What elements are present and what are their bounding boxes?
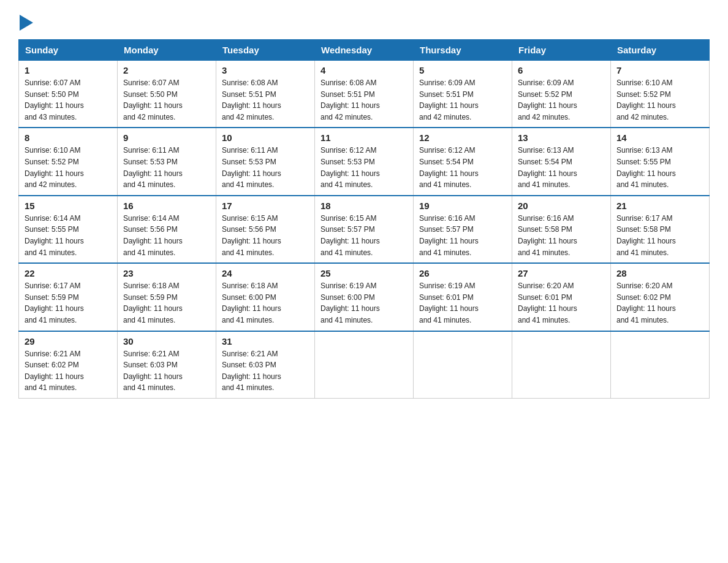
day-info: Sunrise: 6:08 AMSunset: 5:51 PMDaylight:…	[222, 77, 309, 123]
week-row-4: 22Sunrise: 6:17 AMSunset: 5:59 PMDayligh…	[19, 263, 710, 331]
day-number: 4	[320, 65, 408, 75]
day-number: 18	[320, 201, 408, 211]
day-number: 15	[25, 201, 112, 211]
day-info: Sunrise: 6:16 AMSunset: 5:58 PMDaylight:…	[518, 213, 605, 258]
day-info: Sunrise: 6:10 AMSunset: 5:52 PMDaylight:…	[616, 77, 703, 123]
calendar-cell: 5Sunrise: 6:09 AMSunset: 5:51 PMDaylight…	[414, 61, 512, 128]
day-info: Sunrise: 6:09 AMSunset: 5:51 PMDaylight:…	[419, 77, 506, 123]
day-info: Sunrise: 6:16 AMSunset: 5:57 PMDaylight:…	[419, 213, 506, 258]
calendar-table: SundayMondayTuesdayWednesdayThursdayFrid…	[18, 39, 710, 399]
day-number: 29	[25, 336, 112, 347]
day-number: 24	[222, 268, 309, 278]
day-number: 6	[518, 65, 605, 75]
day-header-tuesday: Tuesday	[216, 40, 315, 61]
day-header-wednesday: Wednesday	[315, 40, 414, 61]
day-number: 23	[123, 268, 210, 278]
day-info: Sunrise: 6:18 AMSunset: 5:59 PMDaylight:…	[123, 280, 210, 326]
day-number: 22	[25, 268, 112, 278]
days-header-row: SundayMondayTuesdayWednesdayThursdayFrid…	[19, 40, 710, 61]
day-info: Sunrise: 6:18 AMSunset: 6:00 PMDaylight:…	[222, 280, 309, 326]
day-info: Sunrise: 6:15 AMSunset: 5:57 PMDaylight:…	[320, 213, 408, 258]
svg-marker-0	[20, 15, 33, 31]
calendar-cell: 29Sunrise: 6:21 AMSunset: 6:02 PMDayligh…	[19, 331, 118, 399]
calendar-cell: 23Sunrise: 6:18 AMSunset: 5:59 PMDayligh…	[118, 263, 216, 331]
day-info: Sunrise: 6:12 AMSunset: 5:54 PMDaylight:…	[419, 145, 506, 190]
day-info: Sunrise: 6:10 AMSunset: 5:52 PMDaylight:…	[25, 145, 112, 190]
day-info: Sunrise: 6:21 AMSunset: 6:03 PMDaylight:…	[222, 348, 309, 394]
calendar-cell: 14Sunrise: 6:13 AMSunset: 5:55 PMDayligh…	[611, 128, 710, 195]
calendar-cell: 30Sunrise: 6:21 AMSunset: 6:03 PMDayligh…	[118, 331, 216, 399]
calendar-cell: 31Sunrise: 6:21 AMSunset: 6:03 PMDayligh…	[216, 331, 315, 399]
day-info: Sunrise: 6:20 AMSunset: 6:01 PMDaylight:…	[518, 280, 605, 326]
day-info: Sunrise: 6:20 AMSunset: 6:02 PMDaylight:…	[616, 280, 703, 326]
calendar-cell: 9Sunrise: 6:11 AMSunset: 5:53 PMDaylight…	[118, 128, 216, 195]
day-number: 2	[123, 65, 210, 75]
day-header-saturday: Saturday	[611, 40, 710, 61]
day-info: Sunrise: 6:07 AMSunset: 5:50 PMDaylight:…	[25, 77, 112, 123]
calendar-cell	[315, 331, 414, 399]
day-info: Sunrise: 6:07 AMSunset: 5:50 PMDaylight:…	[123, 77, 210, 123]
day-info: Sunrise: 6:11 AMSunset: 5:53 PMDaylight:…	[222, 145, 309, 190]
day-header-friday: Friday	[512, 40, 611, 61]
week-row-1: 1Sunrise: 6:07 AMSunset: 5:50 PMDaylight…	[19, 61, 710, 128]
day-header-sunday: Sunday	[19, 40, 118, 61]
calendar-cell: 22Sunrise: 6:17 AMSunset: 5:59 PMDayligh…	[19, 263, 118, 331]
calendar-cell: 3Sunrise: 6:08 AMSunset: 5:51 PMDaylight…	[216, 61, 315, 128]
day-info: Sunrise: 6:17 AMSunset: 5:59 PMDaylight:…	[25, 280, 112, 326]
day-info: Sunrise: 6:15 AMSunset: 5:56 PMDaylight:…	[222, 213, 309, 258]
calendar-cell: 11Sunrise: 6:12 AMSunset: 5:53 PMDayligh…	[315, 128, 414, 195]
calendar-cell: 19Sunrise: 6:16 AMSunset: 5:57 PMDayligh…	[414, 196, 512, 263]
day-header-thursday: Thursday	[414, 40, 512, 61]
day-number: 20	[518, 201, 605, 211]
day-number: 28	[616, 268, 703, 278]
day-info: Sunrise: 6:19 AMSunset: 6:01 PMDaylight:…	[419, 280, 506, 326]
calendar-cell: 15Sunrise: 6:14 AMSunset: 5:55 PMDayligh…	[19, 196, 118, 263]
week-row-3: 15Sunrise: 6:14 AMSunset: 5:55 PMDayligh…	[19, 196, 710, 263]
calendar-cell: 20Sunrise: 6:16 AMSunset: 5:58 PMDayligh…	[512, 196, 611, 263]
calendar-cell: 2Sunrise: 6:07 AMSunset: 5:50 PMDaylight…	[118, 61, 216, 128]
calendar-cell	[611, 331, 710, 399]
day-info: Sunrise: 6:11 AMSunset: 5:53 PMDaylight:…	[123, 145, 210, 190]
day-header-monday: Monday	[118, 40, 216, 61]
day-number: 3	[222, 65, 309, 75]
calendar-cell: 10Sunrise: 6:11 AMSunset: 5:53 PMDayligh…	[216, 128, 315, 195]
calendar-cell	[414, 331, 512, 399]
calendar-cell: 26Sunrise: 6:19 AMSunset: 6:01 PMDayligh…	[414, 263, 512, 331]
day-info: Sunrise: 6:13 AMSunset: 5:54 PMDaylight:…	[518, 145, 605, 190]
day-number: 7	[616, 65, 703, 75]
calendar-cell: 12Sunrise: 6:12 AMSunset: 5:54 PMDayligh…	[414, 128, 512, 195]
day-number: 26	[419, 268, 506, 278]
day-number: 9	[123, 132, 210, 143]
day-number: 25	[320, 268, 408, 278]
day-info: Sunrise: 6:09 AMSunset: 5:52 PMDaylight:…	[518, 77, 605, 123]
logo	[18, 12, 33, 28]
calendar-cell: 7Sunrise: 6:10 AMSunset: 5:52 PMDaylight…	[611, 61, 710, 128]
day-number: 19	[419, 201, 506, 211]
day-number: 21	[616, 201, 703, 211]
day-info: Sunrise: 6:17 AMSunset: 5:58 PMDaylight:…	[616, 213, 703, 258]
day-number: 16	[123, 201, 210, 211]
day-number: 17	[222, 201, 309, 211]
calendar-cell: 25Sunrise: 6:19 AMSunset: 6:00 PMDayligh…	[315, 263, 414, 331]
day-info: Sunrise: 6:13 AMSunset: 5:55 PMDaylight:…	[616, 145, 703, 190]
calendar-cell: 13Sunrise: 6:13 AMSunset: 5:54 PMDayligh…	[512, 128, 611, 195]
day-info: Sunrise: 6:21 AMSunset: 6:02 PMDaylight:…	[25, 348, 112, 394]
day-number: 1	[25, 65, 112, 75]
day-number: 31	[222, 336, 309, 347]
week-row-2: 8Sunrise: 6:10 AMSunset: 5:52 PMDaylight…	[19, 128, 710, 195]
calendar-cell: 27Sunrise: 6:20 AMSunset: 6:01 PMDayligh…	[512, 263, 611, 331]
day-number: 27	[518, 268, 605, 278]
day-info: Sunrise: 6:14 AMSunset: 5:55 PMDaylight:…	[25, 213, 112, 258]
calendar-cell: 8Sunrise: 6:10 AMSunset: 5:52 PMDaylight…	[19, 128, 118, 195]
week-row-5: 29Sunrise: 6:21 AMSunset: 6:02 PMDayligh…	[19, 331, 710, 399]
day-number: 12	[419, 132, 506, 143]
day-number: 30	[123, 336, 210, 347]
day-number: 11	[320, 132, 408, 143]
logo-chevron-icon	[20, 15, 33, 31]
calendar-cell: 1Sunrise: 6:07 AMSunset: 5:50 PMDaylight…	[19, 61, 118, 128]
header-area	[18, 12, 710, 28]
day-number: 13	[518, 132, 605, 143]
day-number: 14	[616, 132, 703, 143]
calendar-cell	[512, 331, 611, 399]
day-number: 10	[222, 132, 309, 143]
